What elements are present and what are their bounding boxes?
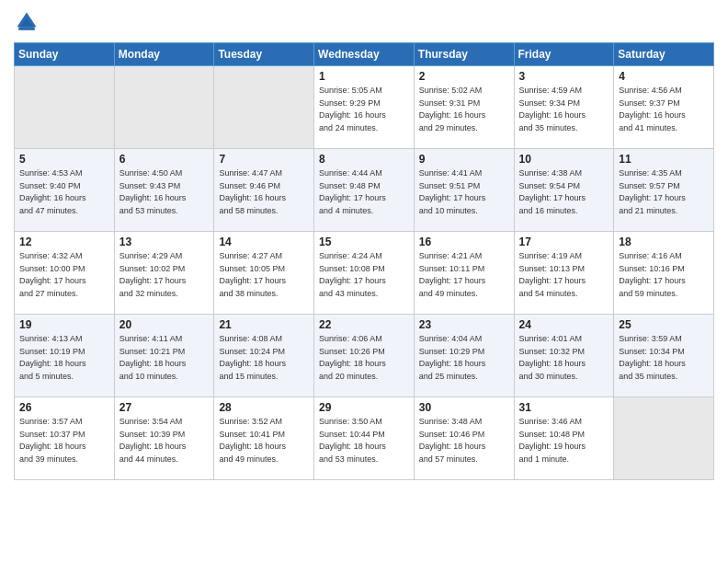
day-number: 17 (519, 236, 609, 248)
day-info: Sunrise: 3:46 AMSunset: 10:48 PMDaylight… (519, 416, 609, 465)
calendar-week-row: 5Sunrise: 4:53 AMSunset: 9:40 PMDaylight… (15, 149, 714, 232)
day-info: Sunrise: 4:21 AMSunset: 10:11 PMDaylight… (419, 250, 509, 300)
day-number: 6 (119, 153, 210, 166)
calendar-cell: 15Sunrise: 4:24 AMSunset: 10:08 PMDaylig… (314, 232, 415, 315)
day-info: Sunrise: 4:13 AMSunset: 10:19 PMDaylight… (19, 333, 109, 383)
calendar-cell: 29Sunrise: 3:50 AMSunset: 10:44 PMDaylig… (314, 397, 415, 480)
calendar-cell: 16Sunrise: 4:21 AMSunset: 10:11 PMDaylig… (414, 232, 514, 315)
calendar-cell: 30Sunrise: 3:48 AMSunset: 10:46 PMDaylig… (414, 397, 514, 480)
logo (14, 9, 43, 35)
header (14, 9, 714, 35)
day-info: Sunrise: 4:01 AMSunset: 10:32 PMDaylight… (519, 333, 609, 383)
day-number: 10 (519, 153, 609, 166)
day-info: Sunrise: 4:16 AMSunset: 10:16 PMDaylight… (619, 250, 709, 300)
day-number: 18 (619, 236, 709, 248)
calendar-cell: 5Sunrise: 4:53 AMSunset: 9:40 PMDaylight… (15, 149, 115, 232)
calendar-header-saturday: Saturday (614, 43, 714, 66)
calendar-cell (214, 66, 314, 149)
calendar-cell: 12Sunrise: 4:32 AMSunset: 10:00 PMDaylig… (15, 232, 115, 315)
calendar-cell: 4Sunrise: 4:56 AMSunset: 9:37 PMDaylight… (614, 66, 714, 149)
calendar-cell (114, 66, 214, 149)
calendar-header-monday: Monday (114, 43, 214, 66)
calendar-cell: 9Sunrise: 4:41 AMSunset: 9:51 PMDaylight… (414, 149, 514, 232)
calendar-cell: 14Sunrise: 4:27 AMSunset: 10:05 PMDaylig… (214, 232, 314, 315)
day-number: 12 (19, 236, 109, 248)
calendar-header-thursday: Thursday (414, 43, 514, 66)
calendar-cell: 17Sunrise: 4:19 AMSunset: 10:13 PMDaylig… (514, 232, 614, 315)
calendar-cell: 22Sunrise: 4:06 AMSunset: 10:26 PMDaylig… (314, 315, 415, 397)
day-info: Sunrise: 3:54 AMSunset: 10:39 PMDaylight… (119, 416, 210, 465)
day-info: Sunrise: 4:29 AMSunset: 10:02 PMDaylight… (119, 250, 210, 300)
day-number: 15 (319, 236, 409, 248)
calendar: SundayMondayTuesdayWednesdayThursdayFrid… (14, 42, 714, 480)
day-number: 23 (419, 318, 509, 331)
calendar-cell: 3Sunrise: 4:59 AMSunset: 9:34 PMDaylight… (514, 66, 614, 149)
day-info: Sunrise: 4:35 AMSunset: 9:57 PMDaylight:… (619, 167, 709, 217)
logo-icon (14, 9, 40, 35)
calendar-cell: 26Sunrise: 3:57 AMSunset: 10:37 PMDaylig… (15, 397, 115, 480)
calendar-header-sunday: Sunday (15, 43, 115, 66)
calendar-cell: 8Sunrise: 4:44 AMSunset: 9:48 PMDaylight… (314, 149, 415, 232)
calendar-cell: 28Sunrise: 3:52 AMSunset: 10:41 PMDaylig… (214, 397, 314, 480)
day-number: 1 (319, 70, 409, 83)
day-number: 19 (19, 318, 109, 331)
calendar-cell: 24Sunrise: 4:01 AMSunset: 10:32 PMDaylig… (514, 315, 614, 397)
day-number: 7 (219, 153, 309, 166)
calendar-cell: 23Sunrise: 4:04 AMSunset: 10:29 PMDaylig… (414, 315, 514, 397)
day-number: 28 (219, 401, 309, 414)
day-info: Sunrise: 3:59 AMSunset: 10:34 PMDaylight… (619, 333, 709, 383)
calendar-header-row: SundayMondayTuesdayWednesdayThursdayFrid… (15, 43, 714, 66)
day-info: Sunrise: 4:50 AMSunset: 9:43 PMDaylight:… (119, 167, 210, 217)
day-number: 14 (219, 236, 309, 248)
day-info: Sunrise: 4:56 AMSunset: 9:37 PMDaylight:… (619, 85, 709, 134)
day-info: Sunrise: 3:52 AMSunset: 10:41 PMDaylight… (219, 416, 309, 465)
calendar-cell: 31Sunrise: 3:46 AMSunset: 10:48 PMDaylig… (514, 397, 614, 480)
calendar-cell: 2Sunrise: 5:02 AMSunset: 9:31 PMDaylight… (414, 66, 514, 149)
day-info: Sunrise: 4:59 AMSunset: 9:34 PMDaylight:… (519, 85, 609, 134)
svg-rect-2 (18, 27, 35, 30)
day-number: 30 (419, 401, 509, 414)
day-number: 26 (19, 401, 109, 414)
day-info: Sunrise: 3:48 AMSunset: 10:46 PMDaylight… (419, 416, 509, 465)
calendar-week-row: 19Sunrise: 4:13 AMSunset: 10:19 PMDaylig… (15, 315, 714, 397)
calendar-cell: 21Sunrise: 4:08 AMSunset: 10:24 PMDaylig… (214, 315, 314, 397)
day-info: Sunrise: 4:32 AMSunset: 10:00 PMDaylight… (19, 250, 109, 300)
day-number: 31 (519, 401, 609, 414)
day-number: 5 (19, 153, 109, 166)
day-info: Sunrise: 3:50 AMSunset: 10:44 PMDaylight… (319, 416, 409, 465)
day-info: Sunrise: 4:47 AMSunset: 9:46 PMDaylight:… (219, 167, 309, 217)
day-number: 22 (319, 318, 409, 331)
day-info: Sunrise: 4:27 AMSunset: 10:05 PMDaylight… (219, 250, 309, 300)
day-info: Sunrise: 4:04 AMSunset: 10:29 PMDaylight… (419, 333, 509, 383)
day-info: Sunrise: 4:41 AMSunset: 9:51 PMDaylight:… (419, 167, 509, 217)
calendar-cell: 1Sunrise: 5:05 AMSunset: 9:29 PMDaylight… (314, 66, 415, 149)
page: SundayMondayTuesdayWednesdayThursdayFrid… (0, 0, 728, 563)
day-info: Sunrise: 4:24 AMSunset: 10:08 PMDaylight… (319, 250, 409, 300)
day-number: 25 (619, 318, 709, 331)
day-info: Sunrise: 4:06 AMSunset: 10:26 PMDaylight… (319, 333, 409, 383)
day-info: Sunrise: 4:38 AMSunset: 9:54 PMDaylight:… (519, 167, 609, 217)
calendar-cell: 6Sunrise: 4:50 AMSunset: 9:43 PMDaylight… (114, 149, 214, 232)
calendar-cell (614, 397, 714, 480)
calendar-header-friday: Friday (514, 43, 614, 66)
day-number: 27 (119, 401, 210, 414)
day-number: 29 (319, 401, 409, 414)
day-info: Sunrise: 5:05 AMSunset: 9:29 PMDaylight:… (319, 85, 409, 134)
calendar-cell: 19Sunrise: 4:13 AMSunset: 10:19 PMDaylig… (15, 315, 115, 397)
day-number: 20 (119, 318, 210, 331)
day-info: Sunrise: 4:19 AMSunset: 10:13 PMDaylight… (519, 250, 609, 300)
day-number: 21 (219, 318, 309, 331)
calendar-week-row: 1Sunrise: 5:05 AMSunset: 9:29 PMDaylight… (15, 66, 714, 149)
calendar-cell: 7Sunrise: 4:47 AMSunset: 9:46 PMDaylight… (214, 149, 314, 232)
calendar-cell: 11Sunrise: 4:35 AMSunset: 9:57 PMDayligh… (614, 149, 714, 232)
day-number: 11 (619, 153, 709, 166)
day-number: 3 (519, 70, 609, 83)
calendar-cell (15, 66, 115, 149)
day-info: Sunrise: 5:02 AMSunset: 9:31 PMDaylight:… (419, 85, 509, 134)
day-info: Sunrise: 4:53 AMSunset: 9:40 PMDaylight:… (19, 167, 109, 217)
calendar-cell: 18Sunrise: 4:16 AMSunset: 10:16 PMDaylig… (614, 232, 714, 315)
calendar-cell: 25Sunrise: 3:59 AMSunset: 10:34 PMDaylig… (614, 315, 714, 397)
calendar-cell: 10Sunrise: 4:38 AMSunset: 9:54 PMDayligh… (514, 149, 614, 232)
day-number: 9 (419, 153, 509, 166)
calendar-cell: 27Sunrise: 3:54 AMSunset: 10:39 PMDaylig… (114, 397, 214, 480)
